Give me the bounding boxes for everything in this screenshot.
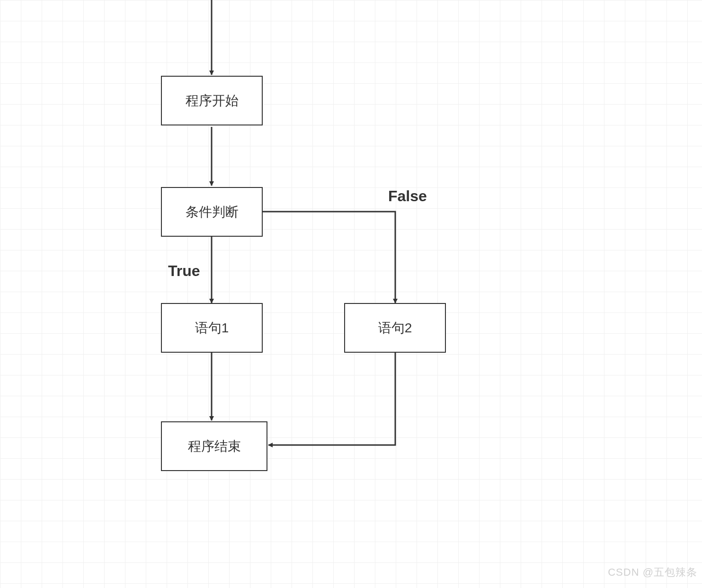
node-end-label: 程序结束: [188, 437, 241, 455]
node-start: 程序开始: [161, 76, 263, 125]
node-condition-label: 条件判断: [186, 203, 239, 221]
node-stmt2-label: 语句2: [378, 319, 412, 337]
watermark: CSDN @五包辣条: [608, 565, 697, 579]
flowchart-connectors: [0, 0, 702, 588]
edge-label-false: False: [388, 187, 427, 205]
arrow-stmt2-to-end: [268, 353, 395, 445]
arrow-condition-to-stmt2: [263, 212, 395, 303]
node-end: 程序结束: [161, 421, 267, 471]
node-stmt2: 语句2: [344, 303, 446, 353]
edge-label-true: True: [168, 262, 200, 280]
node-stmt1: 语句1: [161, 303, 263, 353]
node-condition: 条件判断: [161, 187, 263, 237]
node-stmt1-label: 语句1: [195, 319, 229, 337]
node-start-label: 程序开始: [186, 92, 239, 110]
